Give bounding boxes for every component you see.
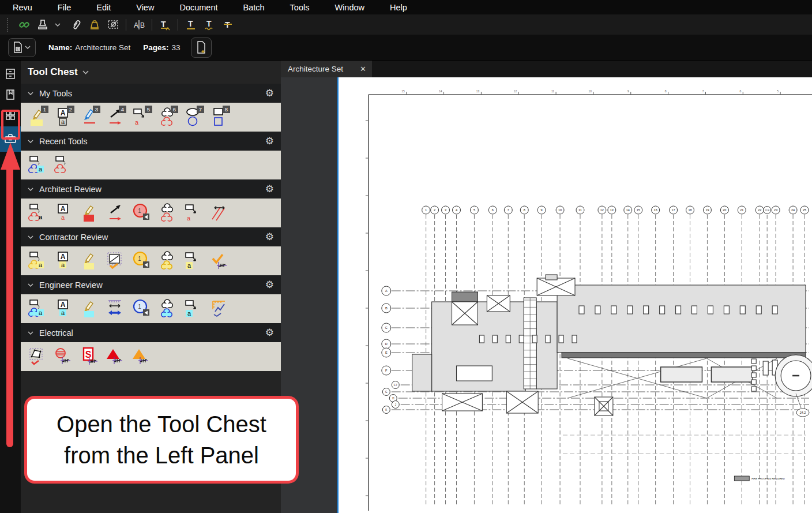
section-header-engineer-review[interactable]: Engineer Review ⚙ (21, 275, 281, 294)
doc-name-value: Architecture Set (75, 43, 130, 52)
menu-tools[interactable]: Tools (290, 3, 310, 12)
close-icon[interactable]: ✕ (360, 65, 366, 73)
page-setup-button[interactable] (8, 38, 36, 57)
toolbar-separator (178, 19, 178, 31)
svg-text:a: a (187, 262, 191, 269)
text-squiggle-icon[interactable]: T (200, 17, 219, 33)
svg-text:12: 12 (600, 208, 604, 212)
tool-highlight[interactable] (77, 296, 101, 321)
text-strikethrough-icon[interactable]: T (219, 17, 237, 33)
tool-count[interactable]: 1 (129, 296, 153, 321)
section-header-electrical[interactable]: Electrical ⚙ (21, 323, 281, 342)
menu-batch[interactable]: Batch (243, 3, 265, 12)
tool-polygon-measure[interactable] (25, 344, 49, 369)
menu-document[interactable]: Document (179, 3, 217, 12)
tool-cloud[interactable]: 6 (155, 104, 179, 130)
svg-text:21: 21 (740, 208, 743, 212)
tool-text-box[interactable]: Aa (51, 248, 75, 274)
svg-text:D: D (385, 342, 388, 346)
tool-count[interactable]: 1 (129, 200, 153, 226)
tool-arrow[interactable]: 4 (103, 104, 127, 130)
text-underline-icon[interactable]: T (182, 17, 200, 33)
tool-text-box[interactable]: Aa2 (51, 104, 75, 130)
link-icon[interactable] (15, 17, 33, 33)
chevron-down-icon (28, 331, 33, 335)
svg-text:a: a (61, 261, 65, 268)
gear-icon[interactable]: ⚙ (265, 232, 274, 242)
tool-ellipse[interactable]: 7 (181, 104, 205, 130)
tool-arrow[interactable] (103, 200, 127, 226)
section-header-architect-review[interactable]: Architect Review ⚙ (21, 179, 281, 199)
spellcheck-icon[interactable]: A B (130, 17, 148, 33)
menu-help[interactable]: Help (390, 3, 407, 12)
tool-dimension[interactable] (103, 296, 127, 321)
tool-cloud-callout-highlight[interactable]: a (25, 152, 49, 178)
tool-pen[interactable]: 3 (77, 104, 101, 130)
tool-callout[interactable]: a (181, 296, 205, 321)
gear-icon[interactable]: ⚙ (265, 184, 274, 194)
tool-callout[interactable]: a (181, 248, 205, 274)
tool-highlighter[interactable]: 1 (25, 104, 49, 130)
tool-rectangle[interactable]: 8 (207, 104, 231, 130)
tool-badge: 3 (93, 106, 100, 113)
tool-dimension[interactable] (207, 200, 231, 226)
stamp-chevron-icon[interactable] (48, 17, 67, 33)
svg-text:a: a (134, 119, 138, 126)
menu-revu[interactable]: Revu (13, 3, 32, 12)
tool-area-measure[interactable] (103, 248, 127, 274)
tool-count[interactable]: 1 (129, 248, 153, 274)
toolbar-drag-handle[interactable] (7, 18, 12, 32)
text-caret-icon[interactable]: T (156, 17, 174, 33)
tab-architecture-set[interactable]: Architecture Set ✕ (281, 61, 372, 77)
tool-cloud-callout[interactable]: a (25, 248, 49, 274)
tool-row-my-tools: 1Aa234a5678 (21, 103, 281, 132)
tool-count-triangle-red[interactable] (103, 344, 127, 369)
snapshot-icon[interactable] (104, 17, 122, 33)
tool-cloud[interactable] (155, 200, 179, 226)
tool-cloud-callout[interactable] (51, 152, 75, 178)
tool-cloud[interactable] (155, 296, 179, 321)
tool-count-receptacle[interactable] (51, 344, 75, 369)
document-viewport[interactable]: 15141312111098765 1234567891011121314151… (337, 77, 812, 513)
weight-icon[interactable] (85, 17, 104, 33)
tool-count-triangle-orange[interactable] (129, 344, 153, 369)
gear-icon[interactable]: ⚙ (265, 88, 274, 98)
tool-highlight[interactable] (77, 248, 101, 274)
tool-badge: 4 (119, 106, 126, 113)
tool-highlight[interactable] (77, 200, 101, 226)
menu-file[interactable]: File (58, 3, 71, 12)
section-label: My Tools (39, 89, 260, 98)
tool-row-contractor-review: aAa1a (21, 246, 281, 275)
attachment-icon[interactable] (67, 17, 85, 33)
tool-badge: 6 (171, 106, 178, 113)
section-header-contractor-review[interactable]: Contractor Review ⚙ (21, 227, 281, 246)
menu-edit[interactable]: Edit (96, 3, 111, 12)
tool-text-box[interactable]: Aa (51, 296, 75, 321)
menu-view[interactable]: View (136, 3, 154, 12)
svg-text:T: T (188, 19, 193, 28)
svg-text:K: K (385, 409, 387, 411)
sidebar-item-file-access[interactable] (0, 64, 21, 84)
tool-chest-header[interactable]: Tool Chest (21, 61, 281, 84)
tool-polyline-measure[interactable] (207, 296, 231, 321)
add-page-button[interactable] (191, 38, 212, 58)
tool-row-recent-tools: a (21, 151, 281, 179)
tool-cloud-callout[interactable]: aa (25, 200, 49, 226)
sidebar-item-bookmarks[interactable] (0, 85, 21, 104)
tool-callout[interactable]: a (181, 200, 205, 226)
gear-icon[interactable]: ⚙ (265, 328, 274, 338)
tool-cloud-callout[interactable]: a (25, 296, 49, 321)
tool-text-box[interactable]: Aa (51, 200, 75, 226)
section-header-recent-tools[interactable]: Recent Tools ⚙ (21, 132, 281, 151)
tool-check-count[interactable] (207, 248, 231, 274)
section-header-my-tools[interactable]: My Tools ⚙ (21, 84, 281, 103)
toolbar-separator (126, 19, 126, 31)
gear-icon[interactable]: ⚙ (265, 136, 274, 146)
menu-window[interactable]: Window (334, 3, 364, 12)
tool-cloud[interactable] (155, 248, 179, 274)
gear-icon[interactable]: ⚙ (265, 280, 274, 290)
tool-count-switch[interactable]: S (77, 344, 101, 369)
svg-text:25: 25 (803, 208, 806, 212)
tool-callout[interactable]: a5 (129, 104, 153, 130)
doc-name-label: Name: (48, 43, 72, 52)
